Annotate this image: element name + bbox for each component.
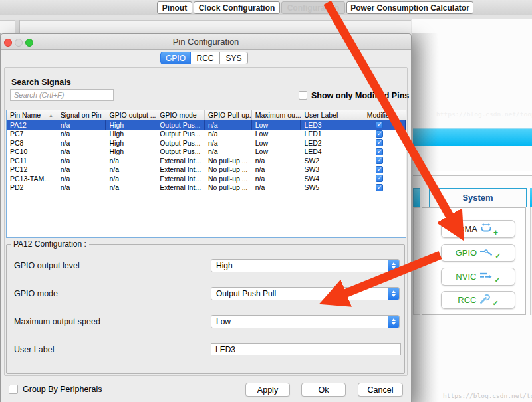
cell-user-label[interactable]: LED1 (301, 130, 354, 139)
table-row[interactable]: PA12 n/a High Output Pus... n/a Low LED3… (7, 120, 406, 130)
cell-pullup[interactable]: n/a (205, 148, 252, 157)
cell-modified[interactable]: ✓ (354, 130, 406, 139)
cell-max-output[interactable]: n/a (252, 165, 301, 175)
cell-gpio-output[interactable]: n/a (106, 165, 156, 175)
cell-gpio-mode[interactable]: External Int... (156, 165, 205, 175)
cell-pin-name[interactable]: PC13-TAM... (7, 174, 57, 183)
column-header-modified[interactable]: Modified (354, 110, 406, 120)
cell-modified[interactable]: ✓ (354, 120, 406, 130)
column-header-gpio-mode[interactable]: GPIO mode (156, 110, 205, 120)
cell-gpio-output[interactable]: n/a (106, 174, 156, 183)
gpio-button[interactable]: GPIO ✓ (441, 244, 515, 262)
gpio-output-level-select[interactable]: High (211, 259, 400, 272)
gpio-mode-select[interactable]: Output Push Pull (211, 287, 400, 300)
close-window-button[interactable] (4, 39, 12, 47)
column-header-pullup[interactable]: GPIO Pull-up... (205, 110, 252, 120)
cell-signal[interactable]: n/a (57, 120, 106, 130)
cell-user-label[interactable]: LED2 (301, 138, 354, 148)
cell-gpio-mode[interactable]: Output Pus... (156, 120, 205, 130)
cell-gpio-mode[interactable]: Output Pus... (156, 130, 205, 139)
table-row[interactable]: PC7 n/a High Output Pus... n/a Low LED1 … (7, 130, 406, 139)
cell-gpio-mode[interactable]: Output Pus... (156, 138, 205, 148)
cell-gpio-mode[interactable]: External Int... (156, 174, 205, 183)
cell-signal[interactable]: n/a (57, 148, 106, 157)
cell-modified[interactable]: ✓ (354, 148, 406, 157)
cell-max-output[interactable]: Low (252, 148, 301, 157)
cell-user-label[interactable]: SW4 (301, 174, 354, 183)
modified-checkbox[interactable]: ✓ (376, 148, 383, 155)
segment-sys[interactable]: SYS (220, 52, 248, 64)
cell-pullup[interactable]: No pull-up ... (205, 174, 252, 183)
cell-pin-name[interactable]: PA12 (7, 120, 57, 130)
cell-signal[interactable]: n/a (57, 183, 106, 193)
column-header-signal[interactable]: Signal on Pin (57, 110, 106, 120)
cell-user-label[interactable]: LED4 (301, 148, 354, 157)
cell-signal[interactable]: n/a (57, 165, 106, 175)
cell-user-label[interactable]: SW3 (301, 165, 354, 175)
apply-button[interactable]: Apply (245, 383, 290, 397)
cancel-button[interactable]: Cancel (358, 383, 403, 397)
zoom-window-button[interactable] (25, 39, 33, 47)
segment-rcc[interactable]: RCC (191, 52, 220, 64)
group-by-peripherals-checkbox[interactable] (9, 385, 18, 394)
cell-max-output[interactable]: n/a (252, 156, 301, 165)
table-row[interactable]: PC13-TAM... n/a n/a External Int... No p… (7, 174, 406, 183)
tab-power-consumption-calculator[interactable]: Power Consumption Calculator (346, 1, 473, 14)
cell-pin-name[interactable]: PC10 (7, 148, 57, 157)
cell-modified[interactable]: ✓ (354, 156, 406, 165)
cell-signal[interactable]: n/a (57, 130, 106, 139)
column-header-pin-name[interactable]: Pin Name ▲ (7, 110, 57, 120)
tab-pinout[interactable]: Pinout (157, 1, 192, 14)
cell-gpio-output[interactable]: High (106, 120, 156, 130)
cell-modified[interactable]: ✓ (354, 138, 406, 148)
stepper-arrows-icon[interactable] (388, 260, 399, 272)
modified-checkbox[interactable]: ✓ (376, 157, 383, 164)
rcc-button[interactable]: RCC ✓ (441, 291, 515, 309)
modified-checkbox[interactable]: ✓ (376, 121, 383, 128)
table-row[interactable]: PC11 n/a n/a External Int... No pull-up … (7, 156, 406, 165)
cell-modified[interactable]: ✓ (354, 165, 406, 175)
cell-pullup[interactable]: No pull-up ... (205, 156, 252, 165)
cell-pin-name[interactable]: PC12 (7, 165, 57, 175)
cell-pin-name[interactable]: PC8 (7, 138, 57, 148)
table-row[interactable]: PC10 n/a High Output Pus... n/a Low LED4… (7, 148, 406, 157)
tab-clock-configuration[interactable]: Clock Configuration (194, 1, 280, 14)
cell-max-output[interactable]: n/a (252, 183, 301, 193)
cell-max-output[interactable]: Low (252, 138, 301, 148)
table-row[interactable]: PD2 n/a n/a External Int... No pull-up .… (7, 183, 406, 193)
cell-modified[interactable]: ✓ (354, 174, 406, 183)
user-label-input[interactable] (211, 343, 401, 355)
column-header-max-output[interactable]: Maximum ou... (252, 110, 301, 120)
cell-gpio-output[interactable]: n/a (106, 156, 156, 165)
stepper-arrows-icon[interactable] (388, 316, 399, 328)
cell-gpio-output[interactable]: High (106, 130, 156, 139)
column-header-gpio-output[interactable]: GPIO output ... (106, 110, 157, 120)
cell-gpio-output[interactable]: High (106, 138, 156, 148)
cell-max-output[interactable]: Low (252, 130, 301, 139)
search-input[interactable] (10, 89, 114, 101)
modified-checkbox[interactable]: ✓ (376, 166, 383, 173)
cell-pullup[interactable]: n/a (205, 138, 252, 148)
modified-checkbox[interactable]: ✓ (376, 130, 383, 138)
cell-pullup[interactable]: No pull-up ... (205, 165, 252, 175)
dialog-title-bar[interactable]: Pin Configuration (1, 34, 411, 50)
cell-user-label[interactable]: SW2 (301, 156, 354, 165)
minimize-window-button[interactable] (15, 39, 23, 47)
maximum-output-speed-select[interactable]: Low (211, 315, 400, 328)
cell-modified[interactable]: ✓ (354, 183, 406, 193)
nvic-button[interactable]: NVIC ✓ (441, 268, 515, 286)
cell-pin-name[interactable]: PC7 (7, 130, 57, 139)
cell-pullup[interactable]: n/a (205, 120, 252, 130)
cell-pin-name[interactable]: PD2 (7, 183, 57, 193)
table-row[interactable]: PC12 n/a n/a External Int... No pull-up … (7, 165, 406, 175)
tab-configuration[interactable]: Configuration (281, 1, 345, 14)
cell-user-label[interactable]: LED3 (301, 120, 354, 130)
dma-button[interactable]: DMA + (441, 220, 515, 238)
cell-pullup[interactable]: n/a (205, 130, 252, 139)
modified-checkbox[interactable]: ✓ (376, 175, 383, 182)
modified-checkbox[interactable]: ✓ (376, 184, 383, 191)
cell-gpio-output[interactable]: High (106, 148, 156, 157)
cell-signal[interactable]: n/a (57, 174, 106, 183)
modified-checkbox[interactable]: ✓ (376, 139, 383, 146)
stepper-arrows-icon[interactable] (388, 288, 399, 300)
